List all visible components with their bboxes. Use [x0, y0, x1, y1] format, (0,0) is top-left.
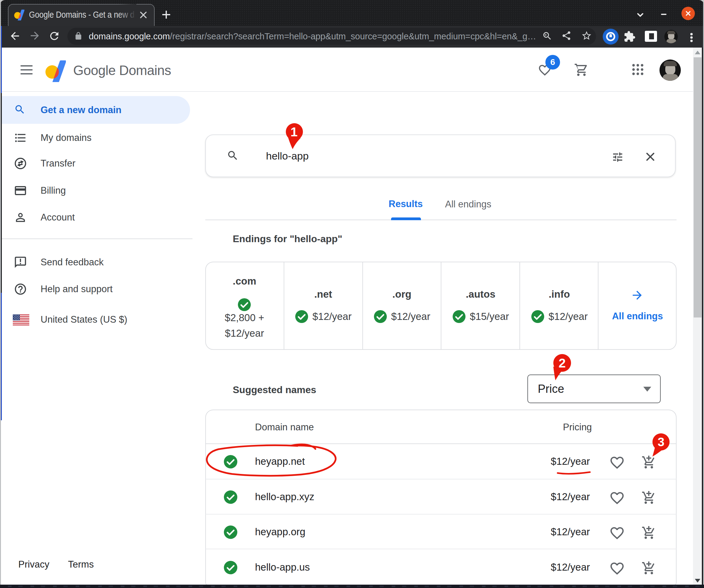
- svg-text:2: 2: [559, 356, 566, 370]
